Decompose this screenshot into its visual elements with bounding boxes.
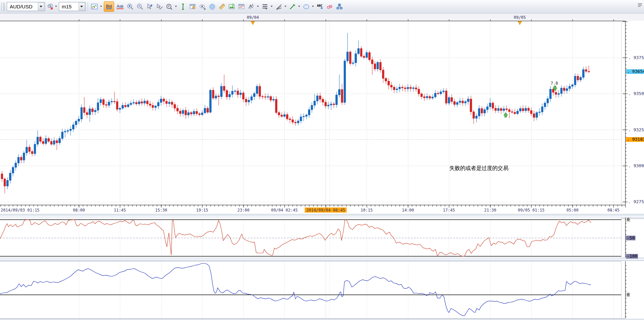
svg-text:. 93654: . 93654 [627,69,644,74]
svg-text:0: 0 [627,217,630,222]
line-list-icon[interactable]: F [261,2,269,11]
svg-text:05:00: 05:00 [566,208,579,213]
bid-label: Bid [106,4,112,9]
svg-text:F: F [266,7,267,10]
svg-text:. 93183: . 93183 [627,137,644,142]
svg-text:0: 0 [627,292,630,297]
bid-price-badge: . 93654 [626,69,644,74]
ask-button[interactable]: Ask [115,2,125,11]
zoom-out-icon[interactable] [136,2,144,11]
svg-text:15:30: 15:30 [155,208,167,213]
ellipse-tool-icon-dropdown[interactable] [312,2,315,11]
symbol-combo[interactable]: AUD/USD [7,2,45,11]
drag-window-icon[interactable] [188,2,197,11]
svg-text:17:45: 17:45 [443,208,455,213]
chart-window-icon[interactable] [237,2,246,11]
image-icon[interactable] [227,2,236,11]
svg-text:. 9350: . 9350 [628,91,644,96]
pointer-line-icon[interactable] [155,2,164,11]
timeframe-combo[interactable]: m15 [59,2,86,11]
svg-text:. 9375: . 9375 [628,55,644,60]
svg-text:19:15: 19:15 [196,208,208,213]
buy-arrow-icon [504,112,508,117]
svg-text:. 9300: . 9300 [628,163,644,168]
highlighted-time-label-bg [305,208,347,213]
svg-text:2014/09/04 06:45: 2014/09/04 06:45 [306,208,345,213]
svg-text:14:00: 14:00 [402,208,414,213]
chart-type-icon[interactable] [90,2,99,11]
svg-text:09/05 01:15: 09/05 01:15 [518,208,544,213]
ellipse-tool-icon[interactable] [302,2,311,11]
eye-arrow-icon[interactable] [198,2,207,11]
svg-text:-50: -50 [627,235,635,240]
toolbar: AUD/USD m15 BidAskFABC [0,0,644,13]
timeframe-value: m15 [59,4,78,9]
svg-text:. 9325: . 9325 [628,127,644,132]
trendline-pencil-icon[interactable] [288,2,297,11]
timeframe-dropdown-icon[interactable] [79,3,85,10]
date-flag-icon [518,21,522,25]
wpr-line [0,220,591,256]
level-price-badge: . 93183 [626,137,644,142]
svg-text:ABC: ABC [317,4,322,7]
magnifier-text-icon-dropdown[interactable] [175,2,178,11]
zoom-in-icon[interactable] [126,2,135,11]
svg-text:10:15: 10:15 [361,208,373,213]
symbol-dropdown-icon[interactable] [38,3,44,10]
trendline-pencil-icon-dropdown[interactable] [298,2,301,11]
svg-text:08:45: 08:45 [607,208,619,213]
unlink-icon-dropdown[interactable] [55,2,58,11]
svg-text:09/05: 09/05 [514,15,526,20]
svg-text:7.8: 7.8 [551,81,558,86]
indicator-zigzag-icon-dropdown[interactable] [257,2,260,11]
oscillator-line [0,264,591,316]
magnifier-text-icon[interactable] [165,2,174,11]
vertical-cursor-icon[interactable] [179,2,187,11]
svg-text:11:45: 11:45 [114,208,126,213]
svg-text:09/04: 09/04 [247,15,259,20]
date-flag-icon [251,21,255,25]
indicator-zigzag-icon[interactable] [247,2,256,11]
chart-type-icon-dropdown[interactable] [100,2,103,11]
fib-lines-icon[interactable] [274,2,283,11]
svg-text:23:00: 23:00 [237,208,249,213]
eraser-icon[interactable] [325,2,334,11]
svg-text:-100: -100 [627,254,637,259]
ruler-icon[interactable] [218,2,226,11]
sell-arrow-icon [553,86,557,91]
annotation-text: 失败的或者是过度的交易 [449,165,508,171]
chart-area[interactable]: 7.8失败的或者是过度的交易. 9375. 9350. 9325. 9300. … [0,0,644,320]
pointer-add-icon[interactable] [145,2,154,11]
menu-list-icon[interactable] [637,3,643,9]
svg-text:09/04 02:45: 09/04 02:45 [271,208,297,213]
text-abc-icon[interactable]: ABC [316,2,324,11]
sphere-icon[interactable] [208,2,217,11]
hierarchy-icon[interactable] [335,2,344,11]
symbol-value: AUD/USD [7,4,38,9]
svg-text:08:00: 08:00 [73,208,85,213]
svg-text:2014/09/03 01:15: 2014/09/03 01:15 [1,208,40,213]
ask-label: Ask [117,4,123,9]
svg-text:21:30: 21:30 [484,208,496,213]
line-list-icon-dropdown[interactable] [270,2,273,11]
fib-lines-icon-dropdown[interactable] [284,2,287,11]
toolbar-grip[interactable] [1,2,4,11]
unlink-icon[interactable] [46,2,55,11]
bid-button[interactable]: Bid [104,1,114,12]
svg-text:. 9275: . 9275 [628,199,644,204]
